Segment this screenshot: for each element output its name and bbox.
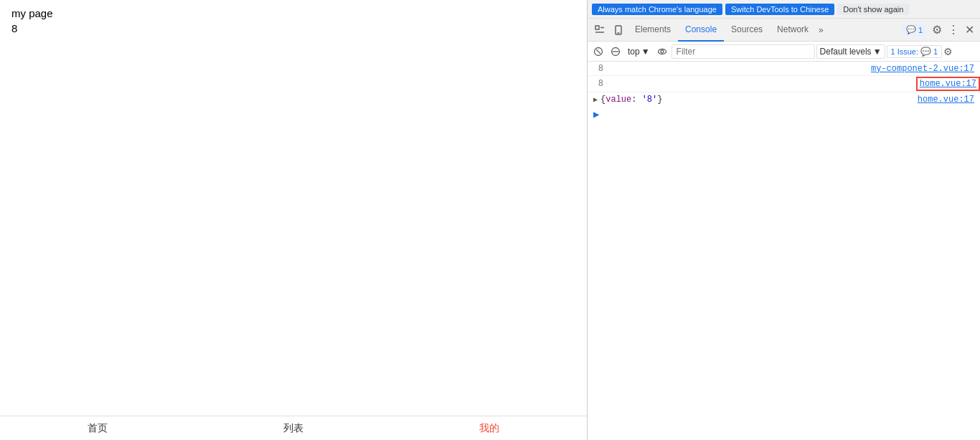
expand-arrow-icon: ▶	[593, 108, 599, 120]
obj-source-link[interactable]: home.vue:17	[918, 95, 980, 105]
console-output: 8 my-componet-2.vue:17 8 home.vue:17 ▶ {…	[588, 62, 980, 440]
devtools-tab-bar: Elements Console Sources Network » 💬 1 ⚙…	[588, 19, 980, 42]
svg-line-6	[596, 49, 600, 54]
tab-sources[interactable]: Sources	[724, 19, 770, 42]
console-log-row-2: 8 home.vue:17	[588, 76, 980, 92]
settings-icon[interactable]: ⚙	[929, 21, 945, 38]
context-selector[interactable]: top ▼	[625, 45, 653, 58]
devtools-panel: Always match Chrome's language Switch De…	[587, 0, 980, 440]
clear-console-icon[interactable]	[590, 44, 606, 59]
bottom-nav: 首页 列表 我的	[0, 416, 587, 440]
log-source-link-2[interactable]: home.vue:17	[916, 77, 980, 91]
issue-badge-icon: 💬	[906, 25, 916, 34]
log-level-dropdown[interactable]: Default levels ▼	[816, 44, 885, 59]
context-dropdown-arrow: ▼	[641, 47, 650, 57]
devtools-banner: Always match Chrome's language Switch De…	[588, 0, 980, 19]
log-line-number-1: 8	[588, 64, 609, 74]
nav-item-list[interactable]: 列表	[283, 422, 303, 435]
eye-icon[interactable]	[654, 44, 670, 59]
page-content: my page 8	[0, 0, 587, 416]
context-label: top	[628, 47, 640, 57]
page-value: 8	[11, 22, 575, 34]
tab-console[interactable]: Console	[678, 19, 724, 42]
console-obj-row: ▶ {value: '8'} home.vue:17	[588, 92, 980, 107]
always-match-language-button[interactable]: Always match Chrome's language	[592, 4, 722, 15]
issue-badge-count: 1	[918, 26, 923, 34]
issue-message-icon: 💬	[920, 47, 931, 57]
tab-elements[interactable]: Elements	[628, 19, 678, 42]
console-toolbar: top ▼ Default levels ▼ 1 Issue: 💬 1 ⚙	[588, 42, 980, 62]
nav-item-mine[interactable]: 我的	[479, 422, 499, 435]
svg-rect-0	[595, 26, 599, 29]
console-log-row-1: 8 my-componet-2.vue:17	[588, 62, 980, 76]
svg-point-10	[661, 50, 664, 53]
log-level-arrow: ▼	[873, 47, 882, 57]
close-devtools-icon[interactable]: ✕	[962, 21, 977, 38]
issue-count-label: 1 Issue:	[891, 47, 919, 56]
nav-item-home[interactable]: 首页	[88, 422, 108, 435]
page-title: my page	[11, 7, 575, 19]
issue-count-badge[interactable]: 1 Issue: 💬 1	[887, 45, 943, 58]
block-network-icon[interactable]	[608, 44, 623, 59]
console-settings-icon[interactable]: ⚙	[943, 46, 953, 57]
console-expand-row[interactable]: ▶	[588, 107, 980, 121]
more-tabs-icon[interactable]: »	[816, 22, 826, 38]
log-line-number-2: 8	[588, 79, 609, 89]
switch-devtools-chinese-button[interactable]: Switch DevTools to Chinese	[725, 4, 834, 15]
log-source-link-1[interactable]: my-componet-2.vue:17	[871, 64, 980, 74]
filter-input[interactable]	[672, 44, 815, 59]
more-options-icon[interactable]: ⋮	[945, 21, 962, 38]
tab-network[interactable]: Network	[770, 19, 816, 42]
log-level-label: Default levels	[820, 47, 872, 57]
expand-triangle[interactable]: ▶	[593, 95, 598, 104]
dont-show-again-button[interactable]: Don't show again	[837, 4, 909, 15]
device-toolbar-icon[interactable]	[609, 21, 628, 39]
issue-count-number: 1	[933, 47, 938, 56]
inspect-element-icon[interactable]	[590, 21, 609, 39]
obj-content: {value: '8'}	[600, 95, 662, 105]
issue-badge[interactable]: 💬 1	[903, 24, 926, 36]
